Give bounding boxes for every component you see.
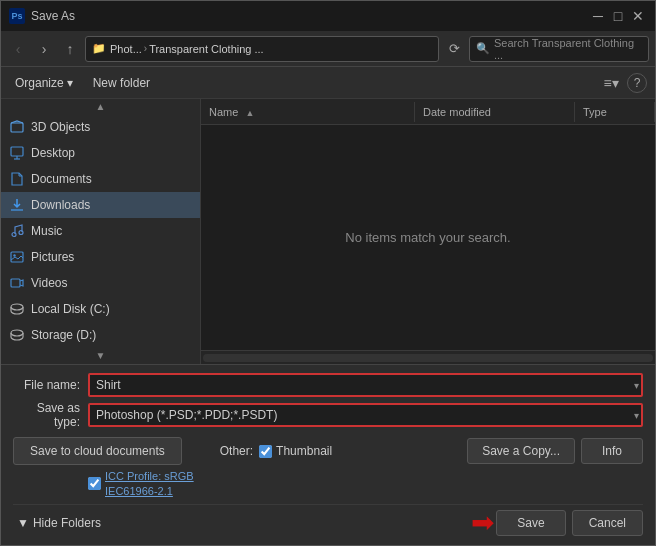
sidebar-item-downloads[interactable]: Downloads [1, 192, 200, 218]
address-box[interactable]: 📁 Phot... › Transparent Clothing ... [85, 36, 439, 62]
breadcrumb-sep1: › [144, 43, 147, 54]
new-folder-button[interactable]: New folder [87, 74, 156, 92]
svg-point-11 [11, 330, 23, 336]
title-controls: ─ □ ✕ [589, 7, 647, 25]
back-button[interactable]: ‹ [7, 38, 29, 60]
sidebar-item-desktop[interactable]: Desktop [1, 140, 200, 166]
sidebar-item-pictures[interactable]: Pictures [1, 244, 200, 270]
sidebar-item-documents[interactable]: Documents [1, 166, 200, 192]
music-icon [9, 223, 25, 239]
toolbar-left: Organize ▾ New folder [9, 74, 156, 92]
other-label: Other: [220, 444, 253, 458]
column-header-name[interactable]: Name ▲ [201, 102, 415, 122]
actions-right: Save a Copy... Info [467, 438, 643, 464]
save-as-dialog: Ps Save As ─ □ ✕ ‹ › ↑ 📁 Phot... › Trans… [0, 0, 656, 546]
svg-rect-9 [11, 279, 20, 287]
search-icon: 🔍 [476, 42, 490, 55]
storage-icon [9, 327, 25, 343]
file-list-content: No items match your search. [201, 125, 655, 350]
save-arrow-indicator: ➡ [471, 509, 490, 537]
file-list-header: Name ▲ Date modified Type [201, 99, 655, 125]
red-arrow-icon: ➡ [471, 509, 494, 537]
thumbnail-label: Thumbnail [276, 444, 332, 458]
save-button[interactable]: Save [496, 510, 565, 536]
cancel-button[interactable]: Cancel [572, 510, 643, 536]
actions-row: Save to cloud documents Other: Thumbnail… [13, 437, 643, 465]
folder-icon: 📁 [92, 42, 106, 55]
color-row: ICC Profile: sRGB IEC61966-2.1 [13, 469, 643, 498]
hide-folders-label: Hide Folders [33, 516, 101, 530]
search-box[interactable]: 🔍 Search Transparent Clothing ... [469, 36, 649, 62]
savetype-select[interactable]: Photoshop (*.PSD;*.PDD;*.PSDT) [88, 403, 643, 427]
svg-rect-1 [11, 147, 23, 156]
save-to-cloud-button[interactable]: Save to cloud documents [13, 437, 182, 465]
filename-label: File name: [13, 378, 88, 392]
close-button[interactable]: ✕ [629, 7, 647, 25]
icc-line1: ICC Profile: sRGB [105, 469, 194, 483]
sidebar-item-music[interactable]: Music [1, 218, 200, 244]
view-options-button[interactable]: ≡ ▾ [599, 71, 623, 95]
column-header-type[interactable]: Type [575, 102, 655, 122]
bottom-area: File name: ▾ Save as type: Photoshop (*.… [1, 364, 655, 545]
breadcrumb: Phot... › Transparent Clothing ... [110, 43, 264, 55]
breadcrumb-part2: Transparent Clothing ... [149, 43, 264, 55]
no-items-message: No items match your search. [345, 230, 510, 245]
organize-button[interactable]: Organize ▾ [9, 74, 79, 92]
svg-point-8 [13, 254, 15, 256]
sidebar-label-local-disk: Local Disk (C:) [31, 302, 110, 316]
thumbnail-checkbox[interactable] [259, 445, 272, 458]
horizontal-scrollbar[interactable] [201, 350, 655, 364]
toolbar: Organize ▾ New folder ≡ ▾ ? [1, 67, 655, 99]
sidebar-item-videos[interactable]: Videos [1, 270, 200, 296]
sidebar-label-downloads: Downloads [31, 198, 90, 212]
column-header-date[interactable]: Date modified [415, 102, 575, 122]
scrollbar-track[interactable] [203, 354, 653, 362]
actions-left: Save to cloud documents Other: Thumbnail [13, 437, 332, 465]
sidebar-label-desktop: Desktop [31, 146, 75, 160]
hide-folders-button[interactable]: ▼ Hide Folders [13, 514, 105, 532]
sidebar-item-3d-objects[interactable]: 3D Objects [1, 114, 200, 140]
filename-input[interactable] [88, 373, 643, 397]
sidebar-label-videos: Videos [31, 276, 67, 290]
filename-input-wrapper: ▾ [88, 373, 643, 397]
footer-right: ➡ Save Cancel [471, 509, 643, 537]
svg-rect-0 [11, 123, 23, 132]
help-button[interactable]: ? [627, 73, 647, 93]
info-button[interactable]: Info [581, 438, 643, 464]
address-bar: ‹ › ↑ 📁 Phot... › Transparent Clothing .… [1, 31, 655, 67]
sidebar-label-3d-objects: 3D Objects [31, 120, 90, 134]
hide-folders-icon: ▼ [17, 516, 29, 530]
documents-icon [9, 171, 25, 187]
file-area: Name ▲ Date modified Type No items match… [201, 99, 655, 364]
videos-icon [9, 275, 25, 291]
dialog-title: Save As [31, 9, 75, 23]
organize-label: Organize [15, 76, 64, 90]
icc-profile-link[interactable]: ICC Profile: sRGB IEC61966-2.1 [105, 469, 194, 498]
minimize-button[interactable]: ─ [589, 7, 607, 25]
pictures-icon [9, 249, 25, 265]
view-arrow-icon: ▾ [612, 75, 619, 91]
desktop-icon [9, 145, 25, 161]
sidebar-item-storage[interactable]: Storage (D:) [1, 322, 200, 348]
svg-point-10 [11, 304, 23, 310]
downloads-icon [9, 197, 25, 213]
main-area: ▲ 3D Objects Desktop Documents [1, 99, 655, 364]
sidebar-label-music: Music [31, 224, 62, 238]
sidebar-label-documents: Documents [31, 172, 92, 186]
sidebar-item-local-disk[interactable]: Local Disk (C:) [1, 296, 200, 322]
forward-button[interactable]: › [33, 38, 55, 60]
ps-app-icon: Ps [9, 8, 25, 24]
save-copy-button[interactable]: Save a Copy... [467, 438, 575, 464]
savetype-row: Save as type: Photoshop (*.PSD;*.PDD;*.P… [13, 401, 643, 429]
svg-rect-7 [11, 252, 23, 262]
search-placeholder: Search Transparent Clothing ... [494, 37, 642, 61]
toolbar-right: ≡ ▾ ? [599, 71, 647, 95]
title-bar: Ps Save As ─ □ ✕ [1, 1, 655, 31]
color-content: ICC Profile: sRGB IEC61966-2.1 [88, 469, 194, 498]
up-button[interactable]: ↑ [59, 38, 81, 60]
icc-line2: IEC61966-2.1 [105, 484, 194, 498]
icc-checkbox[interactable] [88, 477, 101, 490]
maximize-button[interactable]: □ [609, 7, 627, 25]
refresh-button[interactable]: ⟳ [443, 38, 465, 60]
svg-point-5 [12, 233, 16, 237]
